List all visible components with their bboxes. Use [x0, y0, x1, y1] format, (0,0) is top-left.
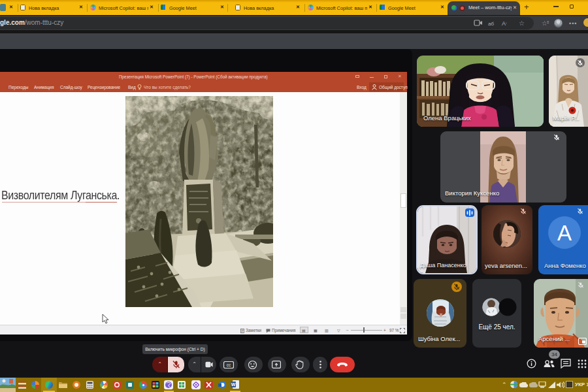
- svg-text:A: A: [557, 221, 572, 245]
- svg-text:W: W: [231, 382, 236, 387]
- svg-text:cc: cc: [227, 363, 231, 367]
